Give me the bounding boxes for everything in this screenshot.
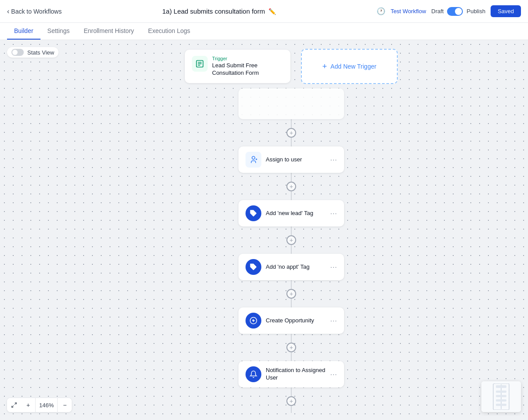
new-lead-tag-title: Add 'new lead' Tag [266,210,326,217]
assign-user-title: Assign to user [266,156,326,164]
add-step-button-2[interactable]: + [286,182,296,191]
add-new-lead-tag-node[interactable]: Add 'new lead' Tag ⋯ [238,200,344,226]
add-step-button-4[interactable]: + [286,289,296,299]
create-opportunity-text: Create Opportunity [266,317,326,325]
header-center: 1a) Lead submits consultation form ✏️ [162,7,276,15]
trigger-icon [192,56,208,72]
minimap[interactable] [481,381,521,412]
back-button[interactable]: ‹ Back to Workflows [7,7,62,15]
stats-view-label: Stats View [27,49,54,56]
connector-4: + [286,280,296,307]
notification-title: Notification to Assigned User [266,367,326,382]
add-step-button-6[interactable]: + [286,396,296,406]
zoom-out-button[interactable]: − [58,398,72,412]
connector-line-12 [291,406,292,413]
workflow-title: 1a) Lead submits consultation form [162,7,265,15]
no-appt-tag-text: Add 'no appt' Tag [266,263,326,271]
connector-3: + [286,226,296,254]
connector-2: + [286,173,296,200]
floating-card [238,88,344,119]
svg-line-12 [15,403,16,405]
workflow-container: Trigger Lead Submit Free Consultation Fo… [185,40,398,413]
svg-rect-19 [496,404,506,406]
trigger-inner: Trigger Lead Submit Free Consultation Fo… [192,56,283,77]
edit-icon[interactable]: ✏️ [268,8,276,15]
create-opportunity-menu-icon[interactable]: ⋯ [330,317,337,325]
workflow-canvas: Stats View Trigger [0,40,528,419]
create-opportunity-node[interactable]: Create Opportunity ⋯ [238,307,344,334]
new-lead-tag-menu-icon[interactable]: ⋯ [330,209,337,218]
tab-settings[interactable]: Settings [40,23,77,40]
notification-icon [246,366,261,382]
floating-card-area: + [238,84,344,146]
add-step-button-3[interactable]: + [286,235,296,245]
trigger-title: Lead Submit Free Consultation Form [212,62,283,77]
zoom-controls: + 146% − [7,398,72,412]
minimap-content [481,381,521,412]
new-lead-tag-icon [246,205,261,221]
publish-label: Publish [466,8,485,15]
connector-line-3 [291,173,292,182]
connector-line-6 [291,245,292,254]
assign-user-icon [246,152,261,168]
connector-line-4 [291,191,292,200]
add-trigger-plus-icon: + [323,62,327,71]
add-step-button-5[interactable]: + [286,343,296,352]
stats-toggle-switch[interactable] [11,49,24,56]
add-step-button-1[interactable]: + [286,128,296,138]
zoom-in-button[interactable]: + [21,398,35,412]
no-appt-tag-title: Add 'no appt' Tag [266,263,326,271]
header: ‹ Back to Workflows 1a) Lead submits con… [0,0,528,23]
header-left: ‹ Back to Workflows [7,7,62,15]
connector-line-5 [291,226,292,235]
trigger-text: Trigger Lead Submit Free Consultation Fo… [212,56,283,77]
connector-line-8 [291,299,292,307]
toggle-knob [455,8,462,15]
connector-line-10 [291,352,292,361]
trigger-label: Trigger [212,56,283,61]
history-icon[interactable]: 🕐 [377,7,385,15]
assign-user-node[interactable]: Assign to user ⋯ [238,146,344,173]
back-label: Back to Workflows [11,8,62,15]
connector-line-7 [291,280,292,289]
trigger-row: Trigger Lead Submit Free Consultation Fo… [185,49,398,84]
connector-line-2 [291,138,292,146]
svg-point-4 [252,157,255,160]
svg-rect-17 [496,395,506,397]
connector-5: + [286,334,296,361]
connector-line-11 [291,387,292,396]
zoom-level-display: 146% [35,398,58,412]
save-button[interactable]: Saved [491,5,521,17]
add-no-appt-tag-node[interactable]: Add 'no appt' Tag ⋯ [238,254,344,280]
connector-6: + [286,387,296,413]
new-lead-tag-text: Add 'new lead' Tag [266,210,326,217]
assign-user-menu-icon[interactable]: ⋯ [330,156,337,164]
create-opportunity-icon [246,313,261,329]
assign-user-text: Assign to user [266,156,326,164]
test-workflow-button[interactable]: Test Workflow [391,8,426,15]
stats-view-toggle: Stats View [7,47,59,58]
tab-enrollment-history[interactable]: Enrollment History [77,23,141,40]
svg-line-13 [12,405,14,407]
add-trigger-label: Add New Trigger [330,63,376,70]
draft-label: Draft [431,8,444,15]
back-arrow-icon: ‹ [7,7,9,15]
notification-text: Notification to Assigned User [266,367,326,382]
trigger-node[interactable]: Trigger Lead Submit Free Consultation Fo… [185,50,290,83]
svg-rect-15 [496,385,506,388]
tab-execution-logs[interactable]: Execution Logs [141,23,198,40]
notification-node[interactable]: Notification to Assigned User ⋯ [238,361,344,387]
connector-line-1 [291,119,292,128]
header-right: 🕐 Test Workflow Draft Publish Saved [377,5,521,17]
draft-publish-toggle: Draft Publish [431,7,485,16]
publish-toggle[interactable] [447,7,463,16]
no-appt-tag-icon [246,259,261,275]
add-trigger-button[interactable]: + Add New Trigger [301,49,398,84]
connector-line-9 [291,334,292,343]
svg-rect-18 [496,399,506,402]
notification-menu-icon[interactable]: ⋯ [330,370,337,379]
expand-button[interactable] [7,398,21,412]
no-appt-tag-menu-icon[interactable]: ⋯ [330,263,337,271]
svg-rect-16 [496,391,506,393]
tab-builder[interactable]: Builder [7,23,40,40]
